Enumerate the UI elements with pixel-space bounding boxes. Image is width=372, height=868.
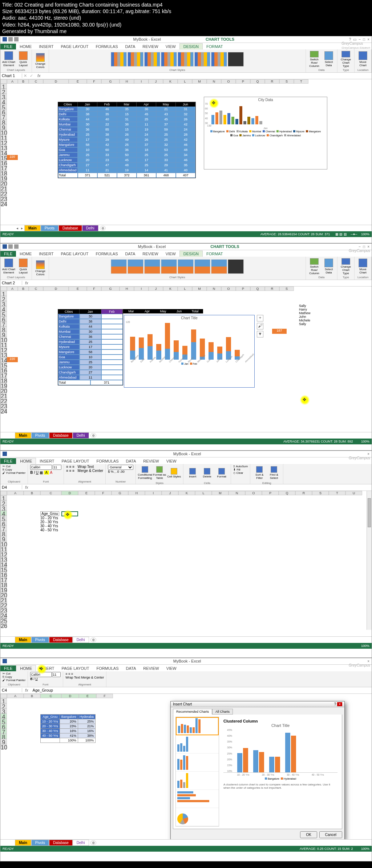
change-colors-button[interactable]: Change Colors bbox=[33, 52, 47, 69]
tab-page-layout[interactable]: PAGE LAYOUT bbox=[58, 458, 93, 464]
row-header[interactable]: 13 bbox=[0, 556, 7, 561]
dialog-help-icon[interactable]: ? bbox=[334, 702, 336, 706]
tab-formulas[interactable]: FORMULAS bbox=[93, 458, 122, 464]
row-header[interactable]: 17 bbox=[0, 165, 7, 170]
chart-filters-button[interactable]: ▼ bbox=[257, 331, 263, 337]
row-header[interactable]: 11 bbox=[0, 546, 7, 551]
cell-b15-highlighted[interactable]: 220 bbox=[7, 357, 18, 362]
row-header[interactable]: 20 bbox=[0, 180, 7, 185]
city-data-chart[interactable]: City Data 7060504030 130 Jan BangaloreDe… bbox=[204, 97, 327, 169]
tab-page-layout[interactable]: PAGE LAYOUT bbox=[57, 251, 92, 257]
chart-title[interactable]: City Data bbox=[204, 97, 327, 103]
dialog-tab-all-charts[interactable]: All Charts bbox=[212, 709, 233, 715]
recommended-chart-item[interactable] bbox=[176, 717, 219, 735]
row-header[interactable]: 7 bbox=[0, 114, 7, 119]
dialog-cancel-button[interactable]: Cancel bbox=[319, 831, 342, 838]
recommended-chart-item[interactable] bbox=[176, 790, 219, 808]
row-header[interactable]: 14 bbox=[0, 150, 7, 155]
row-header[interactable]: 18 bbox=[0, 377, 7, 383]
row-header[interactable]: 20 bbox=[0, 592, 7, 597]
copy-button[interactable]: ⎘ Copy bbox=[3, 675, 25, 679]
tab-format[interactable]: FORMAT bbox=[203, 44, 227, 49]
row-header[interactable]: 5 bbox=[0, 719, 7, 724]
chart-styles-gallery[interactable] bbox=[111, 50, 244, 68]
change-chart-type-button[interactable]: Change Chart Type bbox=[339, 51, 353, 68]
col-header[interactable]: E bbox=[69, 79, 87, 84]
row-header[interactable]: 12 bbox=[0, 551, 7, 556]
name-box[interactable]: C4 bbox=[0, 688, 22, 692]
tab-insert[interactable]: INSERT bbox=[36, 458, 58, 464]
row-header[interactable]: 14 bbox=[0, 357, 7, 362]
name-box[interactable]: Chart 2 bbox=[0, 281, 22, 285]
new-sheet-button[interactable]: ⊕ bbox=[100, 226, 106, 231]
row-header[interactable]: 11 bbox=[0, 135, 7, 140]
row-header[interactable]: 7 bbox=[0, 526, 7, 531]
quick-access-toolbar[interactable] bbox=[0, 244, 21, 249]
chart-legend[interactable]: BangaloreDelhiKolkataMumbaiChennaiHydera… bbox=[204, 129, 327, 137]
row-header[interactable]: 3 bbox=[0, 301, 7, 306]
col-header[interactable]: I bbox=[134, 79, 149, 84]
format-cells-button[interactable]: Format bbox=[215, 465, 229, 481]
recommended-chart-item[interactable] bbox=[176, 735, 219, 753]
view-page-break-icon[interactable]: ▥ bbox=[344, 232, 347, 236]
row-header[interactable]: 21 bbox=[0, 185, 7, 191]
format-as-table-button[interactable]: Format as Table bbox=[153, 465, 166, 481]
cell-highlighted-187[interactable]: 187 bbox=[272, 329, 287, 334]
row-header[interactable]: 24 bbox=[0, 408, 7, 413]
tab-data[interactable]: DATA bbox=[122, 665, 140, 671]
cell-b15-highlighted[interactable]: 220 bbox=[7, 155, 18, 160]
row-header[interactable]: 23 bbox=[0, 403, 7, 408]
merge-center-button[interactable]: Merge & Center bbox=[78, 469, 104, 473]
sheet-tab-pivots[interactable]: Pivots bbox=[31, 432, 49, 439]
minimize-icon[interactable]: − bbox=[359, 37, 361, 41]
tab-file[interactable]: FILE bbox=[0, 665, 16, 671]
autosum-button[interactable]: Σ AutoSum bbox=[233, 465, 248, 468]
row-header[interactable]: 7 bbox=[0, 321, 7, 327]
select-data-button[interactable]: Select Data bbox=[322, 51, 336, 68]
row-header[interactable]: 6 bbox=[0, 521, 7, 526]
tab-file[interactable]: FILE bbox=[0, 458, 16, 464]
row-header[interactable]: 24 bbox=[0, 201, 7, 206]
help-icon[interactable]: ? bbox=[349, 37, 351, 41]
quick-layout-button[interactable]: Quick Layout bbox=[16, 258, 30, 275]
row-header[interactable]: 13 bbox=[0, 352, 7, 357]
add-chart-element-button[interactable]: Add Chart Element bbox=[2, 258, 16, 275]
fx-icon[interactable]: fx bbox=[22, 281, 31, 285]
tab-format[interactable]: FORMAT bbox=[203, 251, 227, 257]
font-name-input[interactable] bbox=[30, 465, 52, 470]
tab-design[interactable]: DESIGN bbox=[179, 43, 203, 49]
row-header[interactable]: 1 bbox=[0, 698, 7, 703]
add-chart-element-button[interactable]: Add Chart Element bbox=[2, 51, 16, 68]
change-colors-button[interactable]: Change Colors bbox=[33, 260, 47, 276]
close-icon[interactable]: × bbox=[367, 659, 369, 663]
age-group-list[interactable]: Age_Grou 10 - 20 Yrs 20 - 30 Yrs 30 - 40… bbox=[40, 511, 59, 532]
row-header[interactable]: 26 bbox=[0, 623, 7, 628]
row-header[interactable]: 23 bbox=[0, 607, 7, 612]
dialog-ok-button[interactable]: OK bbox=[300, 831, 317, 838]
row-header[interactable]: 15 bbox=[0, 155, 7, 160]
delete-cells-button[interactable]: Delete bbox=[200, 465, 214, 481]
row-header[interactable]: 5 bbox=[0, 104, 7, 109]
row-header[interactable]: 2 bbox=[0, 89, 7, 94]
sheet-tab-database[interactable]: Database bbox=[49, 637, 73, 643]
font-size-input[interactable] bbox=[52, 672, 61, 677]
row-header[interactable]: 18 bbox=[0, 170, 7, 175]
vertical-scrollbar[interactable] bbox=[367, 491, 372, 630]
row-header[interactable]: 15 bbox=[0, 362, 7, 367]
zoom-level[interactable]: 100% bbox=[361, 847, 369, 851]
select-all-corner[interactable] bbox=[0, 79, 7, 84]
row-header[interactable]: 9 bbox=[0, 739, 7, 744]
row-header[interactable]: 2 bbox=[0, 500, 7, 505]
tab-formulas[interactable]: FORMULAS bbox=[92, 251, 121, 257]
row-header[interactable]: 10 bbox=[0, 541, 7, 546]
tab-home[interactable]: HOME bbox=[16, 44, 35, 49]
move-chart-button[interactable]: Move Chart bbox=[356, 258, 370, 275]
dialog-tab-recommended[interactable]: Recommended Charts bbox=[173, 709, 212, 715]
row-header[interactable]: 8 bbox=[0, 734, 7, 739]
row-header[interactable]: 22 bbox=[0, 602, 7, 607]
sheet-tab-database[interactable]: Database bbox=[58, 225, 82, 231]
col-header[interactable]: T bbox=[294, 79, 308, 84]
quick-access-toolbar[interactable] bbox=[0, 452, 9, 456]
tab-view[interactable]: VIEW bbox=[163, 665, 180, 671]
tab-formulas[interactable]: FORMULAS bbox=[93, 665, 122, 671]
